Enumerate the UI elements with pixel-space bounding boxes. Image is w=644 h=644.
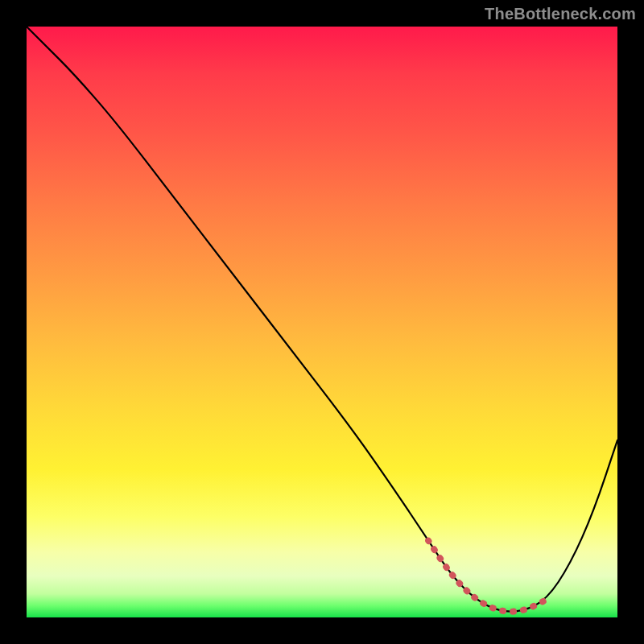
chart-frame: TheBottleneck.com	[0, 0, 644, 644]
plot-area	[27, 27, 617, 617]
curve-layer	[27, 27, 617, 617]
optimal-band	[428, 541, 547, 612]
watermark-text: TheBottleneck.com	[485, 5, 636, 23]
bottleneck-curve	[27, 27, 617, 612]
